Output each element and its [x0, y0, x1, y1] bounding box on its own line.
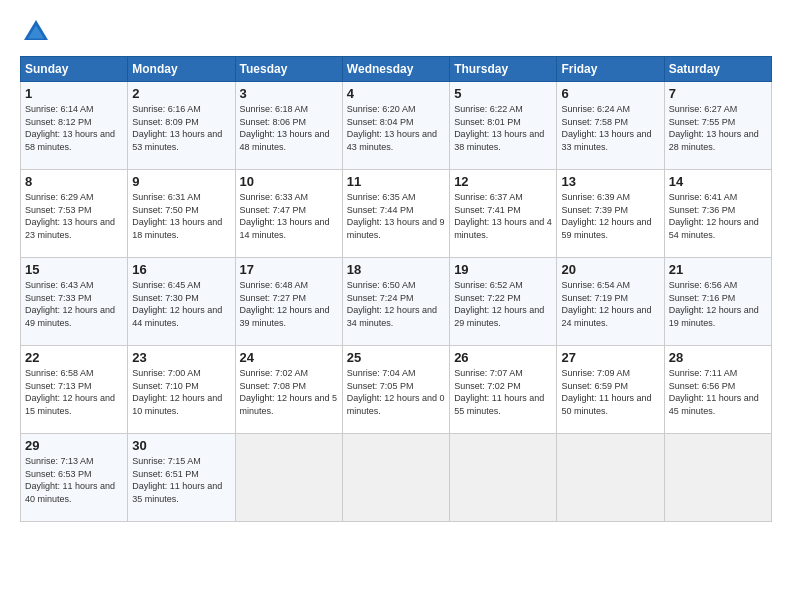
calendar-cell: 9Sunrise: 6:31 AMSunset: 7:50 PMDaylight…	[128, 170, 235, 258]
table-row: 15Sunrise: 6:43 AMSunset: 7:33 PMDayligh…	[21, 258, 772, 346]
day-info: Sunrise: 6:20 AMSunset: 8:04 PMDaylight:…	[347, 103, 445, 153]
calendar-cell: 5Sunrise: 6:22 AMSunset: 8:01 PMDaylight…	[450, 82, 557, 170]
calendar-cell: 27Sunrise: 7:09 AMSunset: 6:59 PMDayligh…	[557, 346, 664, 434]
calendar-cell: 16Sunrise: 6:45 AMSunset: 7:30 PMDayligh…	[128, 258, 235, 346]
calendar-cell: 30Sunrise: 7:15 AMSunset: 6:51 PMDayligh…	[128, 434, 235, 522]
day-number: 11	[347, 174, 445, 189]
day-info: Sunrise: 6:22 AMSunset: 8:01 PMDaylight:…	[454, 103, 552, 153]
day-info: Sunrise: 6:54 AMSunset: 7:19 PMDaylight:…	[561, 279, 659, 329]
day-info: Sunrise: 7:07 AMSunset: 7:02 PMDaylight:…	[454, 367, 552, 417]
col-monday: Monday	[128, 57, 235, 82]
day-info: Sunrise: 7:13 AMSunset: 6:53 PMDaylight:…	[25, 455, 123, 505]
day-number: 29	[25, 438, 123, 453]
calendar-cell: 25Sunrise: 7:04 AMSunset: 7:05 PMDayligh…	[342, 346, 449, 434]
col-tuesday: Tuesday	[235, 57, 342, 82]
calendar-cell: 19Sunrise: 6:52 AMSunset: 7:22 PMDayligh…	[450, 258, 557, 346]
calendar-cell	[664, 434, 771, 522]
day-number: 13	[561, 174, 659, 189]
day-info: Sunrise: 7:02 AMSunset: 7:08 PMDaylight:…	[240, 367, 338, 417]
day-number: 30	[132, 438, 230, 453]
day-info: Sunrise: 6:41 AMSunset: 7:36 PMDaylight:…	[669, 191, 767, 241]
day-number: 27	[561, 350, 659, 365]
day-info: Sunrise: 6:56 AMSunset: 7:16 PMDaylight:…	[669, 279, 767, 329]
header-row: Sunday Monday Tuesday Wednesday Thursday…	[21, 57, 772, 82]
calendar-cell: 17Sunrise: 6:48 AMSunset: 7:27 PMDayligh…	[235, 258, 342, 346]
day-number: 15	[25, 262, 123, 277]
day-number: 5	[454, 86, 552, 101]
col-friday: Friday	[557, 57, 664, 82]
day-number: 26	[454, 350, 552, 365]
day-number: 9	[132, 174, 230, 189]
day-number: 28	[669, 350, 767, 365]
logo	[20, 16, 56, 48]
col-saturday: Saturday	[664, 57, 771, 82]
day-info: Sunrise: 6:39 AMSunset: 7:39 PMDaylight:…	[561, 191, 659, 241]
day-number: 12	[454, 174, 552, 189]
col-wednesday: Wednesday	[342, 57, 449, 82]
day-number: 18	[347, 262, 445, 277]
day-info: Sunrise: 6:27 AMSunset: 7:55 PMDaylight:…	[669, 103, 767, 153]
col-sunday: Sunday	[21, 57, 128, 82]
calendar-cell: 7Sunrise: 6:27 AMSunset: 7:55 PMDaylight…	[664, 82, 771, 170]
day-info: Sunrise: 6:35 AMSunset: 7:44 PMDaylight:…	[347, 191, 445, 241]
calendar-cell: 22Sunrise: 6:58 AMSunset: 7:13 PMDayligh…	[21, 346, 128, 434]
calendar-cell: 28Sunrise: 7:11 AMSunset: 6:56 PMDayligh…	[664, 346, 771, 434]
day-number: 3	[240, 86, 338, 101]
day-info: Sunrise: 6:48 AMSunset: 7:27 PMDaylight:…	[240, 279, 338, 329]
day-info: Sunrise: 7:11 AMSunset: 6:56 PMDaylight:…	[669, 367, 767, 417]
calendar-cell: 10Sunrise: 6:33 AMSunset: 7:47 PMDayligh…	[235, 170, 342, 258]
day-info: Sunrise: 6:33 AMSunset: 7:47 PMDaylight:…	[240, 191, 338, 241]
calendar-cell: 21Sunrise: 6:56 AMSunset: 7:16 PMDayligh…	[664, 258, 771, 346]
calendar-cell: 11Sunrise: 6:35 AMSunset: 7:44 PMDayligh…	[342, 170, 449, 258]
calendar-cell	[342, 434, 449, 522]
day-info: Sunrise: 6:18 AMSunset: 8:06 PMDaylight:…	[240, 103, 338, 153]
table-row: 1Sunrise: 6:14 AMSunset: 8:12 PMDaylight…	[21, 82, 772, 170]
day-number: 4	[347, 86, 445, 101]
day-number: 16	[132, 262, 230, 277]
day-info: Sunrise: 7:15 AMSunset: 6:51 PMDaylight:…	[132, 455, 230, 505]
calendar-cell: 23Sunrise: 7:00 AMSunset: 7:10 PMDayligh…	[128, 346, 235, 434]
day-number: 17	[240, 262, 338, 277]
day-number: 23	[132, 350, 230, 365]
calendar-cell	[450, 434, 557, 522]
day-number: 8	[25, 174, 123, 189]
calendar-cell: 2Sunrise: 6:16 AMSunset: 8:09 PMDaylight…	[128, 82, 235, 170]
page: Sunday Monday Tuesday Wednesday Thursday…	[0, 0, 792, 612]
day-number: 6	[561, 86, 659, 101]
calendar-cell: 24Sunrise: 7:02 AMSunset: 7:08 PMDayligh…	[235, 346, 342, 434]
day-number: 24	[240, 350, 338, 365]
day-info: Sunrise: 7:04 AMSunset: 7:05 PMDaylight:…	[347, 367, 445, 417]
table-row: 8Sunrise: 6:29 AMSunset: 7:53 PMDaylight…	[21, 170, 772, 258]
calendar-cell: 4Sunrise: 6:20 AMSunset: 8:04 PMDaylight…	[342, 82, 449, 170]
calendar-table: Sunday Monday Tuesday Wednesday Thursday…	[20, 56, 772, 522]
day-info: Sunrise: 6:50 AMSunset: 7:24 PMDaylight:…	[347, 279, 445, 329]
calendar-cell: 6Sunrise: 6:24 AMSunset: 7:58 PMDaylight…	[557, 82, 664, 170]
day-info: Sunrise: 7:00 AMSunset: 7:10 PMDaylight:…	[132, 367, 230, 417]
day-info: Sunrise: 6:14 AMSunset: 8:12 PMDaylight:…	[25, 103, 123, 153]
day-info: Sunrise: 6:58 AMSunset: 7:13 PMDaylight:…	[25, 367, 123, 417]
header	[20, 16, 772, 48]
day-number: 10	[240, 174, 338, 189]
day-info: Sunrise: 6:43 AMSunset: 7:33 PMDaylight:…	[25, 279, 123, 329]
day-info: Sunrise: 6:24 AMSunset: 7:58 PMDaylight:…	[561, 103, 659, 153]
day-number: 1	[25, 86, 123, 101]
calendar-cell: 20Sunrise: 6:54 AMSunset: 7:19 PMDayligh…	[557, 258, 664, 346]
day-number: 7	[669, 86, 767, 101]
day-info: Sunrise: 6:16 AMSunset: 8:09 PMDaylight:…	[132, 103, 230, 153]
calendar-cell: 18Sunrise: 6:50 AMSunset: 7:24 PMDayligh…	[342, 258, 449, 346]
calendar-cell: 26Sunrise: 7:07 AMSunset: 7:02 PMDayligh…	[450, 346, 557, 434]
calendar-cell: 8Sunrise: 6:29 AMSunset: 7:53 PMDaylight…	[21, 170, 128, 258]
day-info: Sunrise: 6:37 AMSunset: 7:41 PMDaylight:…	[454, 191, 552, 241]
col-thursday: Thursday	[450, 57, 557, 82]
calendar-cell: 15Sunrise: 6:43 AMSunset: 7:33 PMDayligh…	[21, 258, 128, 346]
calendar-cell: 29Sunrise: 7:13 AMSunset: 6:53 PMDayligh…	[21, 434, 128, 522]
day-info: Sunrise: 6:29 AMSunset: 7:53 PMDaylight:…	[25, 191, 123, 241]
calendar-cell: 13Sunrise: 6:39 AMSunset: 7:39 PMDayligh…	[557, 170, 664, 258]
day-number: 19	[454, 262, 552, 277]
day-info: Sunrise: 6:31 AMSunset: 7:50 PMDaylight:…	[132, 191, 230, 241]
day-number: 20	[561, 262, 659, 277]
day-info: Sunrise: 7:09 AMSunset: 6:59 PMDaylight:…	[561, 367, 659, 417]
day-number: 21	[669, 262, 767, 277]
calendar-cell: 12Sunrise: 6:37 AMSunset: 7:41 PMDayligh…	[450, 170, 557, 258]
calendar-cell	[235, 434, 342, 522]
